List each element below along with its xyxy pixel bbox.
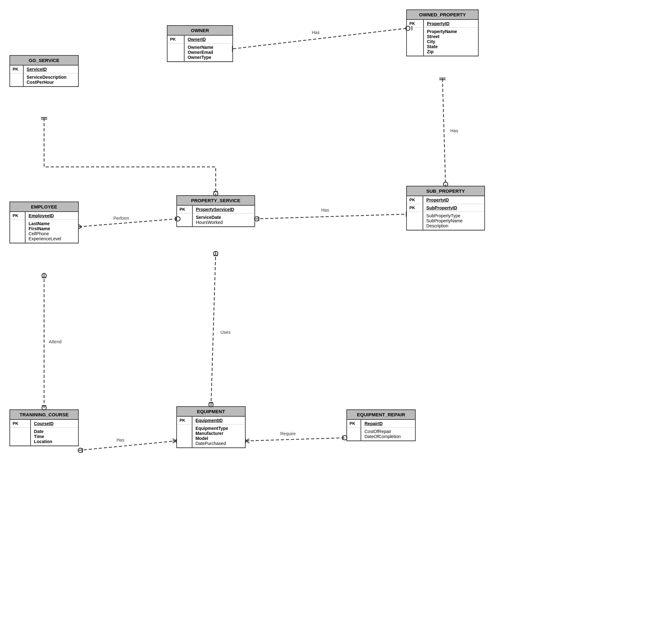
pk-empty-owned-property [407,28,424,56]
pk-field-sub-property-1: PropertyID [423,196,484,204]
equip-right-crow2 [246,441,249,443]
pk-empty-sub-property [407,212,423,230]
entity-header-employee: EMPLOYEE [10,202,78,212]
pk-empty-employee [10,220,25,243]
equip-left-crow1 [173,439,176,441]
pk-label-equipment-repair: PK [347,420,361,428]
ps-right-circle [255,217,259,221]
pk-label-equipment: PK [177,417,192,425]
label-require: Require [280,431,296,436]
pk-field-employee: EmployeeID [25,212,78,220]
entity-header-sub-property: SUB_PROPERTY [407,187,484,196]
pk-label-property-service: PK [177,206,193,214]
line-train-equip [79,441,176,450]
label-has-equip: Has [117,437,124,442]
pk-field-gg-service: ServiceID [24,66,78,73]
entity-header-property-service: PROPERTY_SERVICE [177,196,255,206]
pk-empty-gg-service [10,73,24,86]
line-owner-owned-property [233,28,406,49]
entity-header-owned-property: OWNED_PROPERTY [407,10,478,20]
fields-gg-service: ServiceDescription CostPerHour [24,73,78,86]
fields-property-service: ServiceDate HoursWorked [193,214,255,226]
pk-label-gg-service: PK [10,66,24,73]
fields-equipment: EquipmentType Manufacturer Model DatePur… [192,425,245,448]
entity-equipment: EQUIPMENT PK EquipmentID EquipmentType M… [176,406,246,448]
line-ps-equip [211,252,216,406]
label-attend: Attend [49,339,62,344]
entity-gg-service: GG_SERVICE PK ServiceID ServiceDescripti… [9,55,79,87]
entity-owner: OWNER PK OwnerID OwnerName OwnerEmail Ow… [167,25,233,62]
entity-employee: EMPLOYEE PK EmployeeID LastName FirstNam… [9,201,79,243]
equip-right-crow1 [246,439,249,441]
entity-sub-property: SUB_PROPERTY PK PropertyID PK SubPropert… [406,186,485,231]
pk-label-owned-property: PK [407,20,424,28]
pk-field-sub-property-2: SubPropertyID [423,204,484,212]
pk-label-owner: PK [168,35,185,44]
pk-label-employee: PK [10,212,25,220]
pk-empty-owner [168,44,185,62]
pk-empty-equipment [177,425,192,448]
pk-field-equipment-repair: RepairID [361,420,415,428]
pk-field-property-service: PropertyServiceID [193,206,255,214]
pk-empty-property-service [177,214,193,226]
fields-owned-property: PropertyName Street City State Zip [424,28,478,56]
pk-label-training-course: PK [10,420,31,428]
ps-bottom-circle [214,251,218,256]
entity-equipment-repair: EQUIPMENT_REPAIR PK RepairID CostOfRepai… [346,409,416,441]
label-uses: Uses [220,330,231,335]
emp-bottom-circle [42,273,46,278]
entity-header-gg-service: GG_SERVICE [10,56,78,66]
fields-training-course: Date Time Location [31,428,78,445]
entity-owned-property: OWNED_PROPERTY PK PropertyID PropertyNam… [406,9,479,56]
entity-header-equipment-repair: EQUIPMENT_REPAIR [347,410,415,420]
entity-header-owner: OWNER [168,26,233,35]
pk-empty-equipment-repair [347,428,361,440]
relationship-lines: Has Has Perform [0,0,672,627]
equip-left-crow2 [173,441,176,443]
pk-field-training-course: CourseID [31,420,78,428]
train-right-circle [78,448,82,453]
pk-field-owner: OwnerID [185,35,233,44]
line-owned-sub [442,79,446,186]
pk-empty-training-course [10,428,31,445]
entity-header-training-course: TRANINING_COURSE [10,410,78,420]
label-has-sub: Has [321,208,329,213]
entity-training-course: TRANINING_COURSE PK CourseID Date Time L… [9,409,79,446]
entity-property-service: PROPERTY_SERVICE PK PropertyServiceID Se… [176,195,255,227]
label-perform: Perform [113,216,129,221]
fields-equipment-repair: CostOfRepair DateOfCompletion [361,428,415,440]
line-ps-sub [255,214,406,219]
er-diagram: GG_SERVICE PK ServiceID ServiceDescripti… [0,0,672,627]
line-equip-repair [246,438,346,441]
entity-header-equipment: EQUIPMENT [177,407,245,417]
line-employee-ps [79,219,176,227]
pk-label-sub-property-1: PK [407,196,423,204]
label-owned-sub: Has [450,128,458,133]
line-gg-service-ps [44,118,216,195]
label-owner-owned-property: Has [312,30,320,35]
pk-label-sub-property-2: PK [407,204,423,212]
fields-owner: OwnerName OwnerEmail OwnerType [185,44,233,62]
pk-field-owned-property: PropertyID [424,20,478,28]
fields-employee: LastName FirstName CellPhone ExperienceL… [25,220,78,243]
pk-field-equipment: EquipmentID [192,417,245,425]
fields-sub-property: SubPropertyType SubPropertyName Descript… [423,212,484,230]
